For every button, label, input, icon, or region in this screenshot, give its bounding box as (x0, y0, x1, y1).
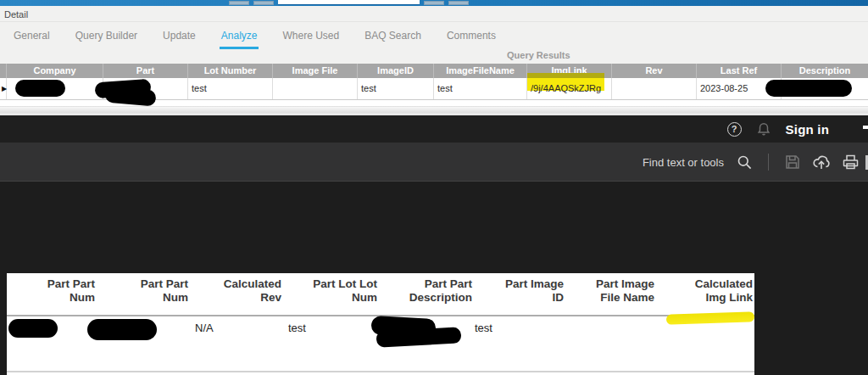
tab-update[interactable]: Update (161, 26, 198, 47)
report-col-description: Part PartDescription (377, 277, 472, 305)
cell-lot-number: test (188, 78, 273, 99)
tab-comments[interactable]: Comments (445, 26, 498, 47)
grid-bottom-edge (0, 107, 868, 113)
col-header-part[interactable]: Part (103, 64, 188, 78)
row-selector-arrow[interactable]: ▶ (0, 78, 7, 99)
col-header-description[interactable]: Description (782, 64, 868, 78)
col-header-company[interactable]: Company (7, 64, 103, 78)
report-value-calculated-rev: N/A (195, 322, 214, 334)
tab-bar: General Query Builder Update Analyze Whe… (12, 26, 498, 49)
tab-analyze[interactable]: Analyze (220, 26, 259, 49)
help-icon[interactable]: ? (727, 122, 742, 137)
panel-title: Detail (0, 6, 868, 22)
titlebar-button[interactable] (448, 1, 469, 5)
detail-panel: Detail General Query Builder Update Anal… (0, 6, 868, 115)
print-icon[interactable] (842, 154, 860, 171)
search-icon[interactable] (737, 154, 753, 171)
pdf-viewer: ? Sign in Find text or tools (0, 115, 868, 375)
titlebar-input[interactable] (278, 0, 420, 5)
redaction-blob-part-num-2 (87, 319, 157, 340)
titlebar-button[interactable] (424, 1, 444, 5)
report-col-img-link: CalculatedImg Link (654, 277, 753, 305)
redaction-blob-description (765, 80, 852, 97)
report-col-part-num-1: Part PartNum (7, 277, 95, 305)
report-col-image-id: Part ImageID (472, 277, 564, 305)
save-icon[interactable] (784, 154, 801, 171)
cell-rev (612, 78, 697, 99)
report-header-row: Part PartNum Part PartNum CalculatedRev … (7, 273, 754, 305)
cell-imglink: /9j/4AAQSkZJRg (527, 78, 612, 99)
report-col-file-name: Part ImageFile Name (564, 277, 654, 305)
cell-imageid: test (358, 78, 434, 99)
screenshot-root: Detail General Query Builder Update Anal… (0, 0, 868, 375)
query-results-grid: Company Part Lot Number Image File Image… (0, 64, 868, 115)
report-value-lot-num: test (288, 322, 306, 334)
col-header-lot-number[interactable]: Lot Number (188, 64, 273, 78)
tab-where-used[interactable]: Where Used (281, 26, 341, 47)
report-data-row: N/A test test (7, 316, 754, 357)
tab-baq-search[interactable]: BAQ Search (363, 26, 423, 47)
col-header-imagefilename[interactable]: ImageFileName (434, 64, 527, 78)
redaction-blob-description (376, 327, 462, 347)
viewer-top-bar: ? Sign in (0, 115, 868, 143)
cutoff-icon-fragment (863, 126, 868, 129)
img-link-highlighter-mark (666, 311, 754, 325)
report-col-calculated-rev: CalculatedRev (188, 277, 281, 305)
redaction-blob-part-num-1 (8, 319, 58, 338)
report-col-part-num-2: Part PartNum (95, 277, 188, 305)
titlebar-button[interactable] (229, 1, 249, 5)
find-text-label[interactable]: Find text or tools (643, 156, 724, 169)
upload-icon[interactable] (812, 154, 831, 171)
sign-in-button[interactable]: Sign in (786, 122, 829, 137)
bell-icon[interactable] (756, 121, 771, 137)
col-header-rev[interactable]: Rev (612, 64, 697, 78)
viewer-toolbar: Find text or tools (0, 143, 868, 182)
grid-selector-header (0, 64, 7, 78)
titlebar-button[interactable] (253, 1, 274, 5)
col-header-image-file[interactable]: Image File (273, 64, 358, 78)
tab-query-builder[interactable]: Query Builder (74, 26, 139, 47)
page-break-line (7, 371, 754, 372)
grid-data-row[interactable]: ▶ test test test /9j/4AAQSkZJRg 2023-08-… (0, 78, 868, 100)
col-header-last-ref[interactable]: Last Ref (697, 64, 782, 78)
col-header-imageid[interactable]: ImageID (358, 64, 434, 78)
toolbar-divider (768, 154, 769, 171)
cell-imagefilename: test (434, 78, 527, 99)
report-page: Part PartNum Part PartNum CalculatedRev … (7, 273, 754, 375)
report-col-lot-num: Part Lot LotNum (281, 277, 377, 305)
cell-image-file (273, 78, 358, 99)
grid-header-row: Company Part Lot Number Image File Image… (0, 64, 868, 78)
query-results-label: Query Results (507, 50, 570, 60)
report-value-image-id: test (475, 322, 492, 334)
tab-general[interactable]: General (12, 26, 52, 47)
redaction-blob-company (15, 80, 65, 97)
window-titlebar (0, 0, 868, 6)
